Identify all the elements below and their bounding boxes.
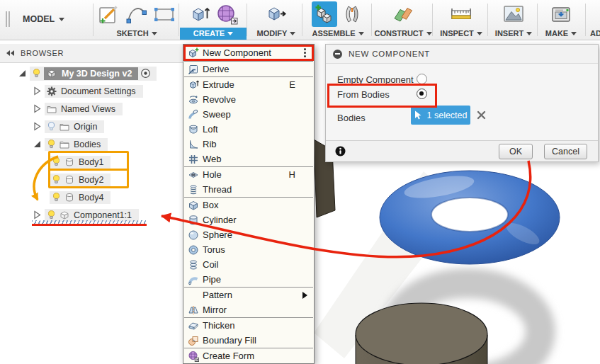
menu-item-sphere[interactable]: Sphere	[183, 227, 314, 242]
3d-print-button[interactable]	[548, 1, 574, 27]
visibility-bulb-icon[interactable]	[51, 192, 62, 203]
cancel-button[interactable]: Cancel	[544, 144, 587, 159]
press-pull-button[interactable]	[264, 1, 289, 27]
menu-item-web[interactable]: Web	[183, 152, 314, 166]
create-sketch-button[interactable]	[96, 1, 122, 27]
tree-item-label: Body2	[77, 175, 105, 185]
chevron-down-icon	[59, 18, 64, 21]
tree-row-bodies[interactable]: Bodies	[32, 136, 108, 152]
sketch-spline-button[interactable]	[124, 1, 149, 27]
tree-row-named-views[interactable]: Named Views	[32, 101, 123, 117]
menu-item-cylinder[interactable]: Cylinder	[183, 212, 314, 227]
menu-item-mirror[interactable]: Mirror	[183, 302, 314, 317]
visibility-bulb-icon[interactable]	[51, 174, 62, 185]
toolbar-menu-make[interactable]: MAKE	[541, 28, 581, 40]
toolbar-menu-sketch[interactable]: SKETCH	[112, 28, 161, 40]
more-options-kebab-icon[interactable]	[304, 48, 306, 57]
menu-item-hole[interactable]: HoleH	[183, 167, 314, 182]
submenu-arrow-icon	[302, 292, 307, 299]
collapse-panel-icon[interactable]	[6, 50, 14, 56]
menu-item-label: Pipe	[203, 274, 310, 285]
tree-row-body2[interactable]: Body2	[50, 171, 111, 188]
bodies-selection-button[interactable]: 1 selected	[411, 106, 470, 125]
tree-row-component1-1[interactable]: Component1:1	[32, 207, 139, 223]
ok-button[interactable]: OK	[499, 144, 533, 159]
cylinder-body[interactable]	[356, 303, 487, 364]
toolbar-group-create: CREATE	[180, 1, 247, 40]
toolbar-menu-label: INSPECT	[440, 29, 474, 38]
tree-item-label: My 3D Design v2	[60, 69, 133, 79]
toolbar-menu-inspect[interactable]: INSPECT	[436, 28, 487, 40]
menu-item-sweep[interactable]: Sweep	[183, 107, 314, 122]
toolbar-menu-assemble[interactable]: ASSEMBLE	[307, 28, 368, 40]
visibility-bulb-icon[interactable]	[46, 121, 57, 132]
collapse-arrow-icon[interactable]	[32, 141, 43, 147]
menu-item-derive[interactable]: Derive	[183, 62, 314, 76]
expand-arrow-icon[interactable]	[32, 210, 43, 220]
clear-selection-button[interactable]	[475, 109, 487, 121]
menu-item-boundary-fill[interactable]: Boundary Fill	[183, 333, 314, 348]
dialog-collapse-icon[interactable]	[333, 50, 342, 59]
new-component-toolbar-icon	[313, 3, 336, 25]
create-form-toolbar-button[interactable]	[215, 1, 240, 27]
visibility-bulb-icon[interactable]	[51, 157, 62, 167]
torus-body[interactable]	[380, 171, 560, 264]
toolbar-overflow-label[interactable]: AD	[590, 29, 600, 38]
insert-image-button[interactable]	[501, 1, 526, 27]
menu-item-new-component[interactable]: New Component	[183, 45, 314, 61]
menu-item-label: Derive	[203, 64, 310, 74]
close-icon	[477, 110, 486, 120]
empty-component-radio[interactable]	[417, 74, 427, 84]
menu-item-loft[interactable]: Loft	[183, 122, 314, 137]
workspace-switcher[interactable]: MODEL	[23, 14, 64, 24]
menu-item-torus[interactable]: Torus	[183, 242, 314, 257]
menu-item-box[interactable]: Box	[183, 198, 314, 212]
expand-arrow-icon[interactable]	[32, 86, 43, 96]
new-component-toolbar-button[interactable]	[312, 1, 337, 27]
expand-arrow-icon[interactable]	[32, 122, 43, 131]
menu-item-revolve[interactable]: Revolve	[183, 92, 314, 107]
from-bodies-radio[interactable]	[417, 89, 427, 99]
toolbar-grip-handle[interactable]	[6, 11, 7, 27]
toolbar-menu-construct[interactable]: CONSTRUCT	[370, 28, 436, 40]
bodies-label: Bodies	[337, 113, 366, 123]
gear-icon	[46, 86, 57, 97]
toolbar-group-modify: MODIFY	[248, 1, 305, 40]
measure-ruler-button[interactable]	[448, 1, 474, 27]
visibility-bulb-icon[interactable]	[31, 68, 42, 79]
tree-row-origin[interactable]: Origin	[32, 118, 104, 135]
menu-item-label: Pattern	[203, 290, 302, 300]
cursor-arrow-icon	[414, 110, 423, 120]
sketch-rectangle-button[interactable]	[152, 1, 177, 27]
menu-item-pattern[interactable]: Pattern	[183, 288, 314, 302]
sketch-rectangle-icon	[153, 3, 176, 25]
menu-item-rib[interactable]: Rib	[183, 137, 314, 152]
tree-row-body4[interactable]: Body4	[50, 189, 111, 205]
visibility-bulb-icon[interactable]	[46, 210, 57, 220]
expand-arrow-icon[interactable]	[32, 104, 43, 113]
menu-item-label: Extrude	[203, 79, 289, 90]
toolbar-group-make: MAKE	[538, 1, 584, 40]
joint-button[interactable]	[339, 1, 365, 27]
info-icon[interactable]	[335, 146, 346, 157]
torus-icon	[188, 244, 199, 256]
menu-item-extrude[interactable]: ExtrudeE	[183, 77, 314, 92]
collapse-arrow-icon[interactable]	[17, 70, 28, 76]
tree-row-document-settings[interactable]: Document Settings	[32, 83, 143, 99]
tree-row-body1[interactable]: Body1	[50, 154, 111, 170]
menu-item-thread[interactable]: Thread	[183, 182, 314, 197]
toolbar-menu-insert[interactable]: INSERT	[491, 28, 536, 40]
tree-row-my-3d-design-v2[interactable]: My 3D Design v2	[17, 65, 157, 81]
menu-item-coil[interactable]: Coil	[183, 257, 314, 272]
construct-plane-button[interactable]	[390, 1, 416, 27]
activate-component-radio[interactable]	[140, 68, 151, 79]
toolbar-menu-create[interactable]: CREATE	[180, 28, 247, 40]
menu-item-pipe[interactable]: Pipe	[183, 272, 314, 287]
browser-title: BROWSER	[21, 49, 64, 57]
visibility-bulb-icon[interactable]	[46, 139, 57, 149]
menu-item-thicken[interactable]: Thicken	[183, 318, 314, 333]
extrude-create-button[interactable]	[187, 1, 213, 27]
sketch-spline-icon	[125, 3, 148, 25]
menu-item-create-form[interactable]: Create Form	[183, 348, 314, 363]
toolbar-menu-modify[interactable]: MODIFY	[253, 28, 300, 40]
